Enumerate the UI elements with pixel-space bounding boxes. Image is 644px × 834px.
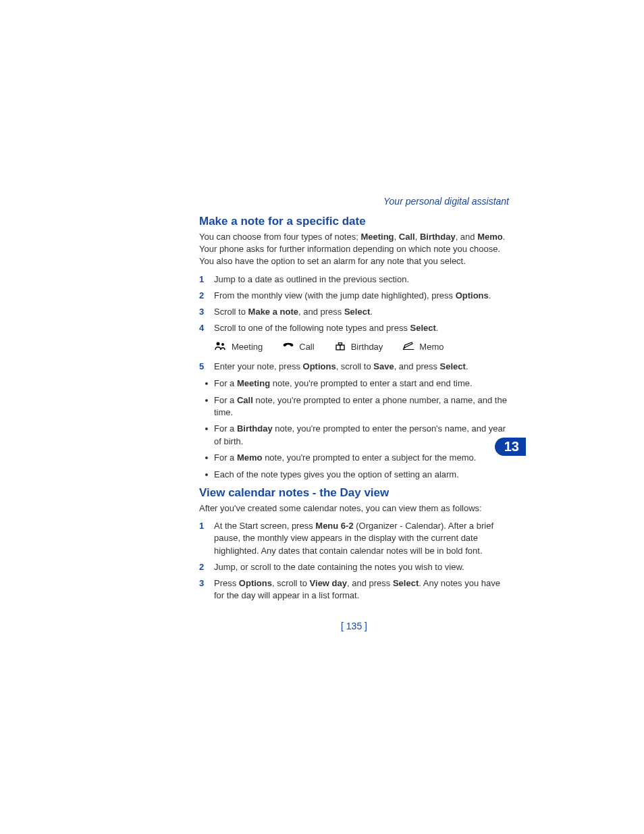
icon-call: Call: [281, 341, 314, 353]
pencil-icon: [402, 341, 415, 353]
section1-steps: 1 Jump to a date as outlined in the prev…: [199, 273, 509, 335]
bullet: For a Meeting note, you're prompted to e…: [199, 377, 509, 391]
bullet: Each of the note types gives you the opt…: [199, 469, 509, 482]
icon-memo: Memo: [402, 341, 444, 353]
step: 3 Scroll to Make a note, and press Selec…: [199, 306, 509, 318]
chapter-tab: 13: [495, 438, 526, 456]
step: 2 Jump, or scroll to the date containing…: [199, 561, 509, 573]
step: 4 Scroll to one of the following note ty…: [199, 322, 509, 334]
section2-steps: 1 At the Start screen, press Menu 6-2 (O…: [199, 520, 509, 602]
section2-intro: After you've created some calendar notes…: [199, 502, 509, 515]
people-icon: [214, 341, 227, 353]
section1-steps-cont: 5 Enter your note, press Options, scroll…: [199, 361, 509, 373]
icon-birthday: Birthday: [333, 341, 383, 353]
svg-point-1: [221, 343, 224, 346]
running-header: Your personal digital assistant: [199, 196, 509, 207]
note-type-icons: Meeting Call Birthday Memo: [214, 341, 509, 353]
bullet: For a Birthday note, you're prompted to …: [199, 423, 509, 447]
section2-heading: View calendar notes - the Day view: [199, 486, 509, 500]
step: 1 At the Start screen, press Menu 6-2 (O…: [199, 520, 509, 557]
phone-icon: [281, 341, 295, 353]
section1-bullets: For a Meeting note, you're prompted to e…: [199, 377, 509, 483]
bullet: For a Call note, you're prompted to ente…: [199, 394, 509, 419]
page-number: [ 135 ]: [199, 621, 509, 631]
svg-point-0: [217, 342, 220, 346]
step: 3 Press Options, scroll to View day, and…: [199, 577, 509, 602]
icon-meeting: Meeting: [214, 341, 263, 353]
step: 2 From the monthly view (with the jump d…: [199, 290, 509, 302]
step: 1 Jump to a date as outlined in the prev…: [199, 273, 509, 286]
step: 5 Enter your note, press Options, scroll…: [199, 361, 509, 373]
gift-icon: [333, 341, 347, 353]
bullet: For a Memo note, you're prompted to ente…: [199, 452, 509, 465]
section1-intro: You can choose from four types of notes;…: [199, 231, 509, 268]
section1-heading: Make a note for a specific date: [199, 215, 509, 228]
